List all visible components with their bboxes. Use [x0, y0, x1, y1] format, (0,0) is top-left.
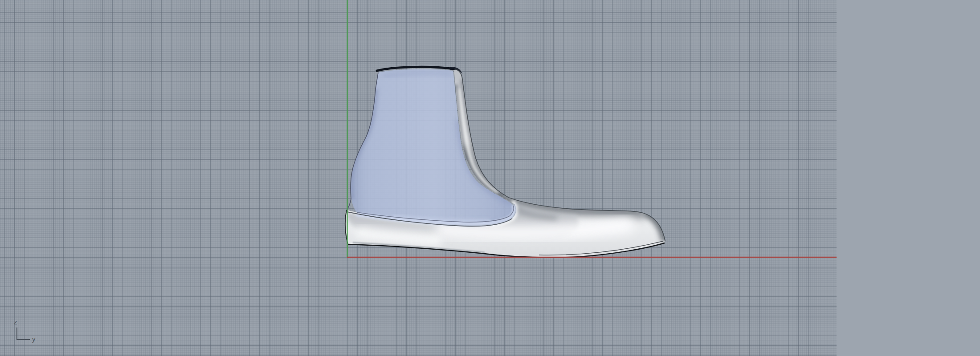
y-axis-indicator-line: [16, 339, 30, 340]
cad-viewport[interactable]: z y: [0, 0, 980, 356]
boot-last-model[interactable]: [345, 67, 665, 257]
z-axis-label: z: [14, 319, 17, 325]
y-axis-label: y: [32, 336, 36, 342]
model-canvas: [0, 0, 980, 356]
inner-last-surface: [351, 69, 514, 224]
z-axis-indicator-line: [16, 328, 17, 339]
axis-orientation-indicator: z y: [10, 317, 45, 348]
